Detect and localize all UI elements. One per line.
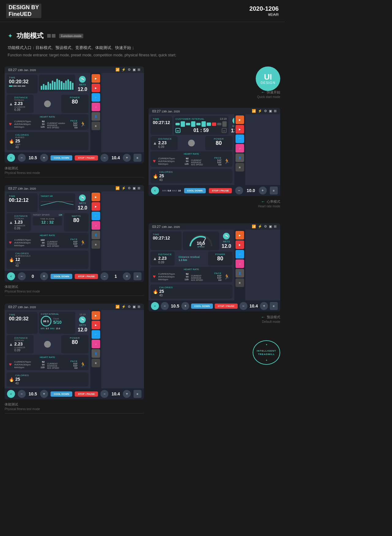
left-nav-btn-dm[interactable]: ‹	[151, 302, 159, 310]
list-btn-qs[interactable]: ≡	[134, 154, 141, 162]
time-pf: 03:27 13th Jan. 2020	[8, 187, 36, 190]
minus-speed-btn-ci[interactable]: −	[235, 187, 243, 194]
youtube-btn-pf[interactable]: ▶	[92, 193, 100, 201]
card-header-ts: 03:27 13th Jan. 2020 📶⚡⚙▣⊞	[5, 304, 144, 310]
youtube2-btn-qs[interactable]: ▶	[92, 84, 100, 92]
list-btn-pf[interactable]: ≡	[134, 272, 141, 280]
list-btn-ts[interactable]: ≡	[134, 390, 141, 398]
controls-dm: ‹ − 10.5 + COOL DOWN STOP / PAUSE − 10.4…	[149, 300, 280, 311]
minus-incline-btn-qs[interactable]: −	[18, 154, 26, 162]
plus-speed-btn-ci[interactable]: +	[259, 187, 267, 194]
tiktok-btn-qs[interactable]: ♪	[92, 103, 100, 111]
twitter-btn-ci[interactable]: 🐦	[236, 134, 244, 143]
bars-btn-qs[interactable]: ≡	[92, 122, 100, 130]
runner-icon-qs: 🏃	[80, 122, 86, 127]
minus-incline-btn-pf[interactable]: −	[18, 272, 26, 280]
controls-ci: ‹ MIN 0.8 MAX 10 COOL DOWN STOP / PAUSE …	[149, 185, 280, 196]
person-btn-ci[interactable]: 👤	[236, 153, 244, 162]
plus-speed-btn-dm[interactable]: +	[260, 302, 268, 310]
twitter-btn-ts[interactable]: 🐦	[92, 330, 100, 339]
plus-incline-btn-ts[interactable]: +	[40, 390, 48, 398]
cool-down-btn-qs[interactable]: COOL DOWN	[51, 155, 72, 160]
dm-label-row: ← 预设模式	[149, 313, 280, 320]
youtube-btn-dm[interactable]: ▶	[236, 231, 244, 240]
youtube2-btn-dm[interactable]: ▶	[236, 240, 244, 249]
step-circle-ts: 08 S	[41, 316, 51, 327]
dist-watts-row-pf: ▲ DISTANCE TOTALkm 1.23 CLIMBEDft 0.09	[6, 213, 89, 232]
twitter-btn-qs[interactable]: 🐦	[92, 93, 100, 102]
incline-val-dm: 10.5	[171, 304, 180, 308]
stop-pause-btn-ci[interactable]: STOP / PAUSE	[209, 188, 232, 193]
plus-incline-btn-qs[interactable]: +	[40, 154, 48, 162]
minus-incline-btn-ts[interactable]: −	[18, 390, 26, 398]
twitter-btn-pf[interactable]: 🐦	[92, 212, 100, 220]
youtube-btn-ci[interactable]: ▶	[236, 115, 244, 124]
stop-pause-btn-qs[interactable]: STOP / PAUSE	[75, 155, 98, 160]
bars-btn-pf[interactable]: ≡	[92, 240, 100, 249]
qs-label-en: Physical fitness test mode	[5, 171, 144, 177]
minus-speed-btn-ts[interactable]: −	[100, 390, 108, 398]
minus-speed-btn-pf[interactable]: −	[100, 272, 108, 280]
left-nav-btn-ci[interactable]: ‹	[151, 187, 159, 194]
plus-speed-btn-qs[interactable]: +	[123, 154, 131, 162]
bars-btn-ts[interactable]: ≡	[92, 359, 100, 367]
card-body-pf: TIME 00:12:12 TARGET HR 80%	[5, 191, 144, 271]
stop-pause-btn-dm[interactable]: STOP / PAUSE	[215, 304, 238, 309]
card-body-ts: TIME 00:20:32 3 STEP INTERVAL 08 S	[5, 310, 144, 388]
card-left-pf: TIME 00:12:12 TARGET HR 80%	[5, 191, 90, 271]
person-btn-qs[interactable]: 👤	[92, 112, 100, 121]
tiktok-btn-dm[interactable]: ♪	[236, 259, 244, 268]
distance-stat-qs: ▲ DISTANCE TOTALkm 2.23 CLIMBEDft 6.09	[6, 95, 34, 113]
stop-pause-btn-ts[interactable]: STOP / PAUSE	[75, 391, 98, 397]
minus-speed-btn-qs[interactable]: −	[100, 154, 108, 162]
plus-speed-btn-ts[interactable]: +	[123, 390, 131, 398]
cool-down-btn-dm[interactable]: COOL DOWN	[191, 304, 213, 309]
youtube2-btn-ts[interactable]: ▶	[92, 321, 100, 329]
card-left-qs: TIME 00:20:32	[5, 73, 90, 152]
youtube-btn-ts[interactable]: ▶	[92, 311, 100, 320]
minus-incline-btn-dm[interactable]: −	[161, 302, 169, 310]
left-nav-btn-pf[interactable]: ‹	[7, 272, 15, 280]
youtube2-btn-ci[interactable]: ▶	[236, 125, 244, 134]
quick-start-section: 03:27 13th Jan. 2020 📶 ⚡ ⚙ ▣ ⊞	[5, 66, 144, 180]
cool-down-btn-ci[interactable]: COOL DOWN	[184, 188, 206, 193]
twitter-btn-dm[interactable]: 🐦	[236, 250, 244, 259]
left-column: 03:27 13th Jan. 2020 📶 ⚡ ⚙ ▣ ⊞	[5, 66, 144, 421]
plus-speed-btn-pf[interactable]: +	[123, 272, 131, 280]
incline-val-ts: 10.5	[28, 391, 37, 396]
tiktok-btn-ts[interactable]: ♪	[92, 340, 100, 348]
youtube2-btn-pf[interactable]: ▶	[92, 202, 100, 211]
bt-icon: ⚡	[122, 68, 126, 72]
left-nav-btn-ts[interactable]: ‹	[7, 390, 15, 398]
card-sidebar-ts: ▶ ▶ 🐦 ♪ 👤 ≡	[90, 310, 101, 388]
cal-row-qs: 🔥 CALORIES BURNED 25 Cal/h 40	[6, 132, 89, 150]
card-sidebar-pf: ▶ ▶ 🐦 ♪ 👤 ≡	[90, 191, 101, 271]
dist-stat-ci: ▲ DISTANCE 2.23 6.09	[150, 136, 178, 150]
tiktok-btn-pf[interactable]: ♪	[92, 221, 100, 230]
left-nav-btn-qs[interactable]: ‹	[7, 154, 15, 162]
person-btn-dm[interactable]: 👤	[236, 269, 244, 277]
cool-down-btn-ts[interactable]: COOL DOWN	[51, 391, 72, 397]
dist-stat-ts: ▲ DISTANCE TOTALkm 2.23 CLIMBEDft 0.09	[6, 335, 34, 353]
cool-down-btn-pf[interactable]: COOL DOWN	[51, 274, 72, 279]
person-btn-ts[interactable]: 👤	[92, 349, 100, 358]
top-row-pf: TIME 00:12:12 TARGET HR 80%	[6, 193, 89, 212]
plus-incline-btn-dm[interactable]: +	[181, 302, 189, 310]
bars-btn-ci[interactable]: ≡	[236, 163, 244, 172]
minus-speed-btn-dm[interactable]: −	[239, 302, 247, 310]
youtube-btn-qs[interactable]: ▶	[92, 74, 100, 83]
qs-mode-cn: 快速开始	[267, 90, 280, 95]
ci-label-row: ← 心率模式	[149, 198, 280, 205]
list-btn-ci[interactable]: ≡	[270, 187, 278, 194]
stop-pause-btn-pf[interactable]: STOP / PAUSE	[75, 274, 98, 279]
customer-interval-section: 03:27 13th Jan. 2020 📶⚡⚙▣⊞ TIME 00:27:12	[149, 108, 280, 208]
quick-start-card: 03:27 13th Jan. 2020 📶 ⚡ ⚙ ▣ ⊞	[5, 66, 144, 163]
speed-val-dm: 10.4	[249, 304, 258, 308]
qs-mode-label-area: ← 快速开始 Quick start mode	[257, 88, 280, 99]
tiktok-btn-ci[interactable]: ♪	[236, 144, 244, 153]
plus-incline-btn-pf[interactable]: +	[40, 272, 48, 280]
person-btn-pf[interactable]: 👤	[92, 231, 100, 239]
list-btn-dm[interactable]: ≡	[270, 302, 278, 310]
bars-btn-dm[interactable]: ≡	[236, 278, 244, 287]
hr-section-pf: HEART RATE ♥ CURRENTbpm 122 AVERAGE	[6, 233, 89, 248]
